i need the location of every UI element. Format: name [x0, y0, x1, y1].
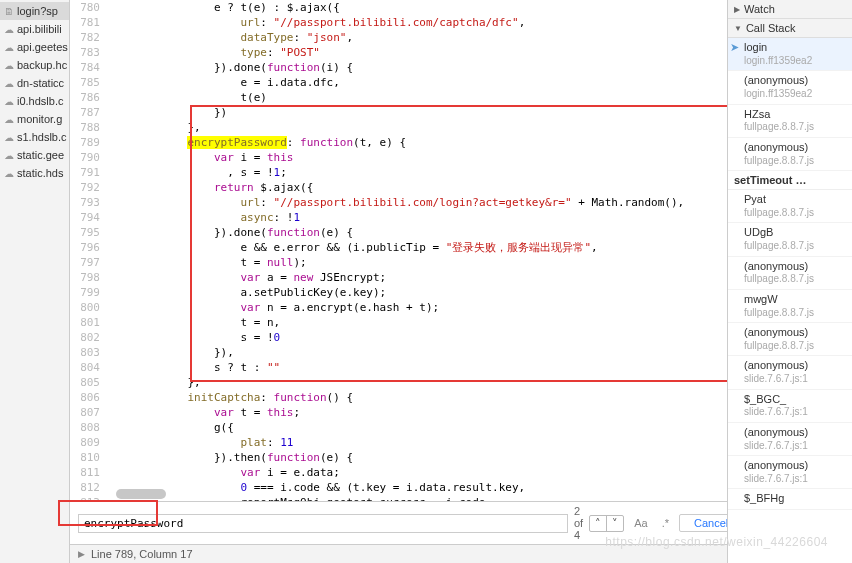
find-input[interactable]: [78, 514, 568, 533]
stack-frame-name: (anonymous): [744, 426, 848, 440]
stack-frame[interactable]: mwgWfullpage.8.8.7.js: [728, 290, 852, 323]
code-line[interactable]: var t = this;: [108, 405, 727, 420]
code-line[interactable]: }).done(function(i) {: [108, 60, 727, 75]
cloud-icon: ☁: [4, 60, 14, 71]
file-name: dn-staticc: [17, 77, 64, 89]
code-line[interactable]: e && e.error && (i.publicTip = "登录失败，服务端…: [108, 240, 727, 255]
code-line[interactable]: t(e): [108, 90, 727, 105]
file-name: login?sp: [17, 5, 58, 17]
stack-frame-location: fullpage.8.8.7.js: [744, 207, 848, 220]
find-prev-button[interactable]: ˄: [590, 516, 607, 531]
stack-frame[interactable]: $_BFHg: [728, 489, 852, 510]
code-line[interactable]: var i = this: [108, 150, 727, 165]
horizontal-scrollbar[interactable]: [110, 489, 727, 501]
stack-frame[interactable]: (anonymous)fullpage.8.8.7.js: [728, 257, 852, 290]
stack-frame[interactable]: HZsafullpage.8.8.7.js: [728, 105, 852, 138]
code-line[interactable]: var n = a.encrypt(e.hash + t);: [108, 300, 727, 315]
file-item[interactable]: ☁dn-staticc: [0, 74, 69, 92]
stack-frame-location: fullpage.8.8.7.js: [744, 307, 848, 320]
cloud-icon: ☁: [4, 78, 14, 89]
cancel-button[interactable]: Cancel: [679, 514, 727, 532]
cloud-icon: ☁: [4, 42, 14, 53]
stack-frame[interactable]: (anonymous)slide.7.6.7.js:1: [728, 356, 852, 389]
file-item[interactable]: ☁monitor.g: [0, 110, 69, 128]
stack-frame-location: fullpage.8.8.7.js: [744, 121, 848, 134]
stack-frame-location: slide.7.6.7.js:1: [744, 440, 848, 453]
file-item[interactable]: ☁s1.hdslb.c: [0, 128, 69, 146]
file-name: api.geetes: [17, 41, 68, 53]
code-line[interactable]: s ? t : "": [108, 360, 727, 375]
file-name: static.gee: [17, 149, 64, 161]
stack-frame-location: fullpage.8.8.7.js: [744, 240, 848, 253]
code-line[interactable]: t = null);: [108, 255, 727, 270]
stack-frame-name: (anonymous): [744, 359, 848, 373]
code-line[interactable]: var i = e.data;: [108, 465, 727, 480]
cursor-position: Line 789, Column 17: [91, 548, 193, 560]
stack-frame-location: login.ff1359ea2: [744, 55, 848, 68]
code-line[interactable]: url: "//passport.bilibili.com/captcha/df…: [108, 15, 727, 30]
stack-frame-name: (anonymous): [744, 74, 848, 88]
file-item[interactable]: ☁static.gee: [0, 146, 69, 164]
code-line[interactable]: var a = new JSEncrypt;: [108, 270, 727, 285]
find-next-button[interactable]: ˅: [607, 516, 623, 531]
code-line[interactable]: }).then(function(e) {: [108, 450, 727, 465]
case-sensitive-toggle[interactable]: Aa: [630, 515, 651, 531]
watch-label: Watch: [744, 3, 775, 15]
code-line[interactable]: }): [108, 105, 727, 120]
code-line[interactable]: t = n,: [108, 315, 727, 330]
code-line[interactable]: }),: [108, 345, 727, 360]
stack-frame-name: (anonymous): [744, 459, 848, 473]
stack-frame[interactable]: (anonymous)slide.7.6.7.js:1: [728, 423, 852, 456]
stack-async-header: setTimeout …: [728, 171, 852, 190]
code-line[interactable]: , s = !1;: [108, 165, 727, 180]
stack-frame[interactable]: (anonymous)fullpage.8.8.7.js: [728, 323, 852, 356]
file-item[interactable]: ☁api.geetes: [0, 38, 69, 56]
cloud-icon: ☁: [4, 96, 14, 107]
code-line[interactable]: async: !1: [108, 210, 727, 225]
find-bar: 2 of 4 ˄ ˅ Aa .* Cancel: [70, 501, 727, 544]
code-line[interactable]: g({: [108, 420, 727, 435]
watch-panel-header[interactable]: ▶ Watch: [728, 0, 852, 19]
cloud-icon: ☁: [4, 114, 14, 125]
code-line[interactable]: return $.ajax({: [108, 180, 727, 195]
stack-frame-location: fullpage.8.8.7.js: [744, 273, 848, 286]
code-line[interactable]: encryptPassword: function(t, e) {: [108, 135, 727, 150]
stack-frame-location: slide.7.6.7.js:1: [744, 406, 848, 419]
code-editor[interactable]: 7807817827837847857867877887897907917927…: [70, 0, 727, 501]
file-item[interactable]: ☁i0.hdslb.c: [0, 92, 69, 110]
stack-frame-name: (anonymous): [744, 260, 848, 274]
code-line[interactable]: },: [108, 375, 727, 390]
code-line[interactable]: plat: 11: [108, 435, 727, 450]
code-line[interactable]: type: "POST": [108, 45, 727, 60]
cloud-icon: ☁: [4, 24, 14, 35]
stack-frame-location: slide.7.6.7.js:1: [744, 373, 848, 386]
callstack-panel-header[interactable]: ▼ Call Stack: [728, 19, 852, 38]
stack-frame[interactable]: Pyatfullpage.8.8.7.js: [728, 190, 852, 223]
status-bar: ▶ Line 789, Column 17: [70, 544, 727, 563]
regex-toggle[interactable]: .*: [658, 515, 673, 531]
code-line[interactable]: a.setPublicKey(e.key);: [108, 285, 727, 300]
code-line[interactable]: url: "//passport.bilibili.com/login?act=…: [108, 195, 727, 210]
stack-frame-location: fullpage.8.8.7.js: [744, 155, 848, 168]
stack-frame[interactable]: (anonymous)login.ff1359ea2: [728, 71, 852, 104]
code-line[interactable]: }).done(function(e) {: [108, 225, 727, 240]
stack-frame[interactable]: (anonymous)fullpage.8.8.7.js: [728, 138, 852, 171]
stack-frame[interactable]: $_BGC_slide.7.6.7.js:1: [728, 390, 852, 423]
file-item[interactable]: ☁backup.hc: [0, 56, 69, 74]
code-line[interactable]: dataType: "json",: [108, 30, 727, 45]
code-line[interactable]: },: [108, 120, 727, 135]
file-item[interactable]: ☁static.hds: [0, 164, 69, 182]
stack-frame-name: login: [744, 41, 848, 55]
stack-frame[interactable]: ➤loginlogin.ff1359ea2: [728, 38, 852, 71]
code-content[interactable]: e ? t(e) : $.ajax({ url: "//passport.bil…: [108, 0, 727, 501]
stack-frame[interactable]: UDgBfullpage.8.8.7.js: [728, 223, 852, 256]
code-line[interactable]: e = i.data.dfc,: [108, 75, 727, 90]
code-line[interactable]: e ? t(e) : $.ajax({: [108, 0, 727, 15]
stack-frame[interactable]: (anonymous)slide.7.6.7.js:1: [728, 456, 852, 489]
code-line[interactable]: initCaptcha: function() {: [108, 390, 727, 405]
file-item[interactable]: ☁api.bilibili: [0, 20, 69, 38]
file-name: backup.hc: [17, 59, 67, 71]
file-item[interactable]: 🗎login?sp: [0, 2, 69, 20]
stack-frame-location: slide.7.6.7.js:1: [744, 473, 848, 486]
code-line[interactable]: s = !0: [108, 330, 727, 345]
